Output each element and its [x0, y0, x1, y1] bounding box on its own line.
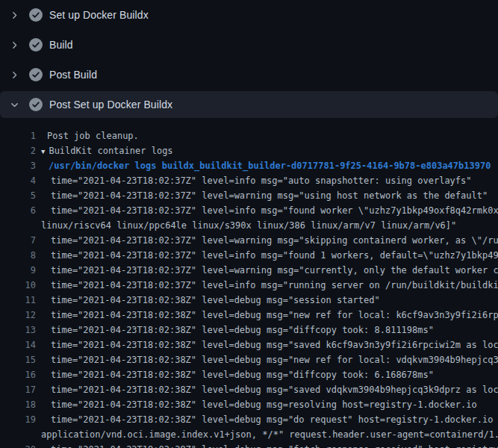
- log-line: 12▼time="2021-04-23T18:02:38Z" level=deb…: [0, 308, 498, 323]
- log-line-number[interactable]: 11: [0, 293, 36, 308]
- chevron-right-icon[interactable]: [9, 40, 19, 50]
- log-line-number[interactable]: 9: [0, 263, 36, 278]
- log-line: 7▼time="2021-04-23T18:02:37Z" level=warn…: [0, 233, 498, 248]
- log-line: 11▼time="2021-04-23T18:02:38Z" level=deb…: [0, 293, 498, 308]
- log-line-number[interactable]: 5: [0, 188, 36, 203]
- log-line-text: time="2021-04-23T18:02:38Z" level=debug …: [51, 340, 498, 350]
- log-line-number[interactable]: 17: [0, 382, 36, 397]
- log-line-number[interactable]: 13: [0, 323, 36, 337]
- step-row[interactable]: Build: [0, 30, 498, 60]
- log-line-text: time="2021-04-23T18:02:38Z" level=debug …: [51, 295, 380, 305]
- log-line-text: time="2021-04-23T18:02:38Z" level=debug …: [51, 385, 498, 395]
- log-line-text: Post job cleanup.: [47, 131, 139, 141]
- log-line-text: time="2021-04-23T18:02:37Z" level=warnin…: [51, 190, 488, 201]
- step-row[interactable]: Set up Docker Buildx: [0, 0, 498, 30]
- log-line-text: time="2021-04-23T18:02:37Z" level=info m…: [51, 175, 472, 186]
- log-line-number[interactable]: 19: [0, 412, 36, 427]
- log-line: 5▼time="2021-04-23T18:02:37Z" level=warn…: [0, 188, 498, 203]
- log-line: 4▼time="2021-04-23T18:02:37Z" level=info…: [0, 173, 498, 188]
- log-line-text: time="2021-04-23T18:02:37Z" level=info m…: [51, 205, 498, 216]
- log-line-number[interactable]: 15: [0, 352, 36, 367]
- log-line: 20▼time="2021-04-23T18:02:38Z" level=deb…: [0, 442, 498, 448]
- log-line-text: time="2021-04-23T18:02:38Z" level=debug …: [51, 399, 477, 410]
- log-line-number[interactable]: 7: [0, 233, 36, 248]
- log-line-text: time="2021-04-23T18:02:37Z" level=info m…: [51, 280, 498, 290]
- log-line-number[interactable]: 8: [0, 248, 36, 263]
- step-title: Post Build: [49, 69, 97, 81]
- chevron-right-icon[interactable]: [9, 69, 19, 80]
- log-line: ▼application/vnd.oci.image.index.v1+json…: [0, 427, 498, 442]
- step-row[interactable]: Post Build: [0, 60, 498, 90]
- chevron-right-icon[interactable]: [9, 99, 19, 110]
- log-line-number[interactable]: 2: [0, 143, 36, 158]
- step-title: Set up Docker Buildx: [49, 9, 149, 21]
- log-line: 14▼time="2021-04-23T18:02:38Z" level=deb…: [0, 337, 498, 352]
- log-line-number[interactable]: 1: [0, 128, 36, 143]
- log-line-text: application/vnd.oci.image.index.v1+json,…: [41, 429, 498, 440]
- log-area: 1▼Post job cleanup. 2▼BuildKit container…: [0, 119, 498, 448]
- log-line-text: time="2021-04-23T18:02:38Z" level=debug …: [51, 325, 434, 335]
- workflow-log-viewer: Set up Docker Buildx Build P: [0, 0, 498, 448]
- log-line-number[interactable]: 12: [0, 308, 36, 323]
- log-line-number[interactable]: 10: [0, 278, 36, 293]
- log-line: 10▼time="2021-04-23T18:02:37Z" level=inf…: [0, 278, 498, 293]
- step-title: Build: [49, 39, 73, 51]
- step-title: Post Set up Docker Buildx: [49, 99, 172, 111]
- log-line: 17▼time="2021-04-23T18:02:38Z" level=deb…: [0, 382, 498, 397]
- log-line-text: linux/riscv64 linux/ppc64le linux/s390x …: [41, 220, 456, 231]
- log-line-number[interactable]: 3: [0, 158, 36, 173]
- log-line: 9▼time="2021-04-23T18:02:37Z" level=warn…: [0, 263, 498, 278]
- check-circle-icon: [29, 8, 43, 22]
- check-circle-icon: [29, 98, 43, 111]
- collapse-triangle-icon[interactable]: ▼: [41, 144, 45, 158]
- log-line-number[interactable]: 6: [0, 203, 36, 218]
- log-line-text: time="2021-04-23T18:02:38Z" level=debug …: [51, 444, 498, 448]
- log-line-number[interactable]: 20: [0, 442, 36, 448]
- chevron-right-icon[interactable]: [9, 10, 19, 20]
- log-line: 18▼time="2021-04-23T18:02:38Z" level=deb…: [0, 397, 498, 412]
- log-line: 1▼Post job cleanup.: [0, 128, 498, 143]
- log-line: 13▼time="2021-04-23T18:02:38Z" level=deb…: [0, 323, 498, 337]
- log-line: 15▼time="2021-04-23T18:02:38Z" level=deb…: [0, 352, 498, 367]
- log-line: 19▼time="2021-04-23T18:02:38Z" level=deb…: [0, 412, 498, 427]
- log-line: 16▼time="2021-04-23T18:02:38Z" level=deb…: [0, 367, 498, 382]
- log-line-text: time="2021-04-23T18:02:37Z" level=info m…: [51, 250, 498, 261]
- check-circle-icon: [29, 38, 43, 52]
- log-line-text: /usr/bin/docker logs buildx_buildkit_bui…: [49, 161, 491, 171]
- log-line-text: time="2021-04-23T18:02:38Z" level=debug …: [51, 310, 498, 320]
- log-line-text: time="2021-04-23T18:02:38Z" level=debug …: [51, 414, 498, 425]
- step-row[interactable]: Post Set up Docker Buildx: [0, 91, 498, 118]
- log-line-text: time="2021-04-23T18:02:37Z" level=warnin…: [51, 235, 498, 246]
- log-line-number[interactable]: 16: [0, 367, 36, 382]
- log-line-text: BuildKit container logs: [49, 146, 172, 156]
- steps-list: Set up Docker Buildx Build P: [0, 0, 498, 118]
- log-line: 8▼time="2021-04-23T18:02:37Z" level=info…: [0, 248, 498, 263]
- check-circle-icon: [29, 68, 43, 81]
- log-line-text: time="2021-04-23T18:02:37Z" level=warnin…: [51, 265, 498, 276]
- log-line-number[interactable]: 18: [0, 397, 36, 412]
- log-line-number[interactable]: 4: [0, 173, 36, 188]
- log-line-text: time="2021-04-23T18:02:38Z" level=debug …: [51, 370, 434, 380]
- log-line-text: time="2021-04-23T18:02:38Z" level=debug …: [51, 355, 498, 365]
- log-line: 2▼BuildKit container logs: [0, 143, 498, 158]
- log-line: 6▼time="2021-04-23T18:02:37Z" level=info…: [0, 203, 498, 218]
- log-line: ▼linux/riscv64 linux/ppc64le linux/s390x…: [0, 218, 498, 233]
- log-line: 3▼/usr/bin/docker logs buildx_buildkit_b…: [0, 158, 498, 173]
- log-line-number[interactable]: 14: [0, 337, 36, 352]
